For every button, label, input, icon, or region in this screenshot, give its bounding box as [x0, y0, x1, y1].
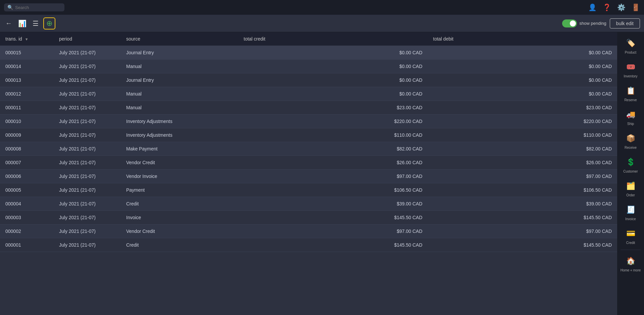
cell-period: July 2021 (21-07) — [54, 170, 121, 183]
sidebar-item-inventory[interactable]: 🎟️Inventory — [618, 58, 643, 81]
cell-total-credit: $39.00 CAD — [238, 197, 428, 211]
cell-period: July 2021 (21-07) — [54, 115, 121, 128]
sidebar-item-ship[interactable]: 🚚Ship — [618, 106, 643, 129]
cell-total-credit: $106.50 CAD — [238, 183, 428, 197]
col-header-trans-id[interactable]: trans. id ▼ — [0, 32, 54, 46]
cell-total-debit: $26.00 CAD — [428, 156, 617, 170]
sidebar-item-credit[interactable]: 💳Credit — [618, 225, 643, 248]
table-row[interactable]: 000010July 2021 (21-07)Inventory Adjustm… — [0, 115, 617, 128]
cell-period: July 2021 (21-07) — [54, 238, 121, 252]
table-row[interactable]: 000008July 2021 (21-07)Make Payment$82.0… — [0, 142, 617, 156]
cell-source: Inventory Adjustments — [121, 115, 238, 128]
cell-total-debit: $0.00 CAD — [428, 46, 617, 60]
show-pending-label: show pending — [580, 21, 606, 26]
sidebar-item-label-home: Home « more — [621, 268, 641, 272]
logout-icon[interactable]: 🚪 — [632, 3, 640, 11]
back-button[interactable]: ← — [4, 18, 13, 28]
credit-icon: 💳 — [624, 227, 637, 240]
cell-source: Make Payment — [121, 142, 238, 156]
table-row[interactable]: 000002July 2021 (21-07)Vendor Credit$97.… — [0, 225, 617, 238]
cell-total-debit: $145.50 CAD — [428, 238, 617, 252]
table-row[interactable]: 000013July 2021 (21-07)Journal Entry$0.0… — [0, 73, 617, 87]
sidebar-item-label-product: Product — [625, 51, 636, 55]
cell-trans-id: 000007 — [0, 156, 54, 170]
cell-period: July 2021 (21-07) — [54, 46, 121, 60]
main-area: trans. id ▼ period source total credit t… — [0, 32, 644, 315]
sidebar-item-order[interactable]: 🗂️Order — [618, 177, 643, 200]
cell-total-credit: $23.00 CAD — [238, 101, 428, 115]
ship-icon: 🚚 — [624, 108, 637, 121]
user-icon[interactable]: 👤 — [588, 3, 597, 11]
cell-trans-id: 000013 — [0, 73, 54, 87]
add-button[interactable]: ⊕ — [43, 17, 55, 29]
settings-icon[interactable]: ⚙️ — [617, 3, 626, 11]
cell-source: Vendor Credit — [121, 225, 238, 238]
help-icon[interactable]: ❓ — [603, 3, 611, 11]
toggle-knob — [570, 20, 576, 26]
table-row[interactable]: 000007July 2021 (21-07)Vendor Credit$26.… — [0, 156, 617, 170]
col-header-source[interactable]: source — [121, 32, 238, 46]
cell-total-debit: $220.00 CAD — [428, 115, 617, 128]
sidebar-item-label-inventory: Inventory — [624, 74, 637, 78]
toolbar: ← 📊 ☰ ⊕ show pending bulk edit — [0, 15, 644, 32]
cell-total-debit: $145.50 CAD — [428, 211, 617, 225]
table-row[interactable]: 000015July 2021 (21-07)Journal Entry$0.0… — [0, 46, 617, 60]
bulk-edit-button[interactable]: bulk edit — [610, 18, 640, 28]
search-input[interactable] — [15, 5, 55, 10]
right-sidebar: 🏷️Product🎟️Inventory📋Reserve🚚Ship📦Receiv… — [617, 32, 644, 315]
cell-total-credit: $97.00 CAD — [238, 170, 428, 183]
table-row[interactable]: 000011July 2021 (21-07)Manual$23.00 CAD$… — [0, 101, 617, 115]
plus-icon: ⊕ — [46, 19, 52, 28]
col-header-total-debit[interactable]: total debit — [428, 32, 617, 46]
cell-trans-id: 000003 — [0, 211, 54, 225]
table-row[interactable]: 000012July 2021 (21-07)Manual$0.00 CAD$0… — [0, 87, 617, 101]
cell-source: Manual — [121, 87, 238, 101]
table-row[interactable]: 000004July 2021 (21-07)Credit$39.00 CAD$… — [0, 197, 617, 211]
cell-total-credit: $82.00 CAD — [238, 142, 428, 156]
sidebar-item-label-customer: Customer — [623, 170, 638, 174]
cell-total-debit: $0.00 CAD — [428, 87, 617, 101]
cell-source: Manual — [121, 101, 238, 115]
cell-total-debit: $106.50 CAD — [428, 183, 617, 197]
chart-button[interactable]: 📊 — [17, 18, 28, 29]
show-pending-toggle[interactable] — [562, 19, 577, 27]
cell-period: July 2021 (21-07) — [54, 60, 121, 73]
cell-period: July 2021 (21-07) — [54, 128, 121, 142]
cell-trans-id: 000005 — [0, 183, 54, 197]
table-row[interactable]: 000014July 2021 (21-07)Manual$0.00 CAD$0… — [0, 60, 617, 73]
sidebar-item-invoice[interactable]: 🧾Invoice — [618, 201, 643, 224]
sidebar-item-home[interactable]: 🏠Home « more — [618, 252, 643, 275]
sidebar-item-product[interactable]: 🏷️Product — [618, 34, 643, 57]
cell-total-credit: $0.00 CAD — [238, 87, 428, 101]
col-header-period[interactable]: period — [54, 32, 121, 46]
cell-period: July 2021 (21-07) — [54, 183, 121, 197]
top-nav: 🔍 👤 ❓ ⚙️ 🚪 — [0, 0, 644, 15]
table-row[interactable]: 000006July 2021 (21-07)Vendor Invoice$97… — [0, 170, 617, 183]
home-icon: 🏠 — [624, 255, 637, 267]
list-button[interactable]: ☰ — [31, 18, 40, 29]
cell-source: Journal Entry — [121, 46, 238, 60]
receive-icon: 📦 — [624, 132, 637, 145]
cell-trans-id: 000006 — [0, 170, 54, 183]
cell-period: July 2021 (21-07) — [54, 156, 121, 170]
cell-trans-id: 000002 — [0, 225, 54, 238]
cell-period: July 2021 (21-07) — [54, 197, 121, 211]
sidebar-item-receive[interactable]: 📦Receive — [618, 129, 643, 152]
col-header-total-credit[interactable]: total credit — [238, 32, 428, 46]
table-row[interactable]: 000009July 2021 (21-07)Inventory Adjustm… — [0, 128, 617, 142]
sidebar-item-reserve[interactable]: 📋Reserve — [618, 82, 643, 105]
table-row[interactable]: 000005July 2021 (21-07)Payment$106.50 CA… — [0, 183, 617, 197]
cell-source: Vendor Credit — [121, 156, 238, 170]
cell-total-credit: $110.00 CAD — [238, 128, 428, 142]
search-icon: 🔍 — [7, 5, 13, 10]
cell-total-debit: $39.00 CAD — [428, 197, 617, 211]
table-row[interactable]: 000003July 2021 (21-07)Invoice$145.50 CA… — [0, 211, 617, 225]
sidebar-item-customer[interactable]: 💲Customer — [618, 153, 643, 176]
table-row[interactable]: 000001July 2021 (21-07)Credit$145.50 CAD… — [0, 238, 617, 252]
cell-total-credit: $97.00 CAD — [238, 225, 428, 238]
invoice-icon: 🧾 — [624, 203, 637, 216]
sort-icon: ▼ — [25, 37, 29, 41]
cell-total-credit: $145.50 CAD — [238, 238, 428, 252]
cell-total-debit: $0.00 CAD — [428, 60, 617, 73]
show-pending-area: show pending — [562, 19, 606, 27]
